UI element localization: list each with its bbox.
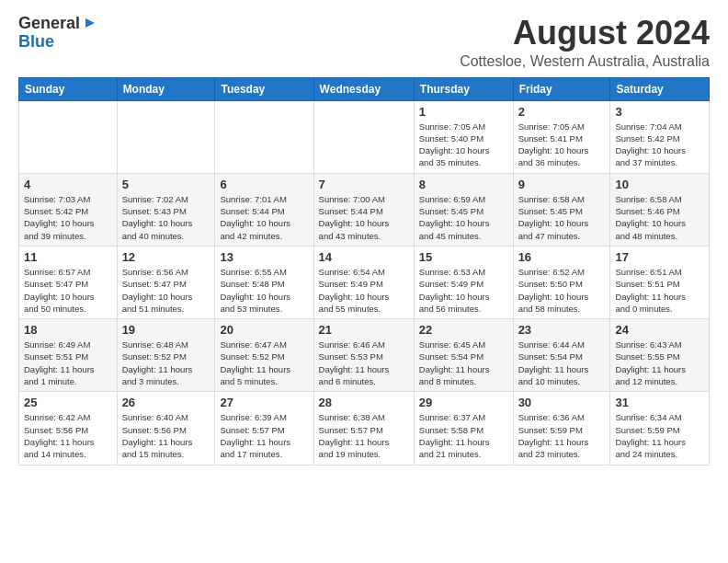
- calendar-cell: 8Sunrise: 6:59 AMSunset: 5:45 PMDaylight…: [414, 173, 513, 246]
- day-number: 6: [220, 178, 308, 191]
- day-info: Sunrise: 6:56 AMSunset: 5:47 PMDaylight:…: [122, 266, 210, 315]
- day-number: 23: [518, 323, 606, 337]
- calendar-cell: 31Sunrise: 6:34 AMSunset: 5:59 PMDayligh…: [610, 392, 710, 465]
- day-info: Sunrise: 6:34 AMSunset: 5:59 PMDaylight:…: [615, 411, 704, 460]
- calendar-cell: 23Sunrise: 6:44 AMSunset: 5:54 PMDayligh…: [513, 319, 610, 392]
- day-info: Sunrise: 6:46 AMSunset: 5:53 PMDaylight:…: [319, 339, 409, 387]
- svg-marker-0: [85, 18, 95, 28]
- calendar-cell: 30Sunrise: 6:36 AMSunset: 5:59 PMDayligh…: [513, 392, 610, 465]
- day-info: Sunrise: 6:52 AMSunset: 5:50 PMDaylight:…: [518, 266, 606, 315]
- day-number: 31: [615, 396, 704, 409]
- day-number: 29: [419, 396, 508, 409]
- day-number: 26: [122, 396, 210, 409]
- day-info: Sunrise: 6:54 AMSunset: 5:49 PMDaylight:…: [319, 266, 409, 315]
- calendar-body: 1Sunrise: 7:05 AMSunset: 5:40 PMDaylight…: [19, 100, 710, 465]
- day-number: 4: [24, 178, 112, 191]
- calendar-cell: 15Sunrise: 6:53 AMSunset: 5:49 PMDayligh…: [414, 246, 513, 318]
- day-number: 13: [220, 250, 308, 264]
- day-number: 11: [24, 250, 112, 264]
- day-number: 30: [518, 396, 606, 409]
- day-of-week-header: Friday: [513, 77, 610, 100]
- calendar-table: SundayMondayTuesdayWednesdayThursdayFrid…: [18, 77, 710, 465]
- calendar-cell: 6Sunrise: 7:01 AMSunset: 5:44 PMDaylight…: [215, 173, 313, 246]
- calendar-cell: 7Sunrise: 7:00 AMSunset: 5:44 PMDaylight…: [313, 173, 414, 246]
- day-number: 2: [518, 105, 606, 119]
- day-number: 18: [24, 323, 112, 337]
- calendar-week-row: 11Sunrise: 6:57 AMSunset: 5:47 PMDayligh…: [19, 246, 710, 318]
- day-number: 3: [615, 105, 704, 119]
- calendar-cell: 28Sunrise: 6:38 AMSunset: 5:57 PMDayligh…: [313, 392, 414, 465]
- day-info: Sunrise: 7:02 AMSunset: 5:43 PMDaylight:…: [122, 193, 210, 242]
- logo-blue-text: Blue: [18, 33, 54, 52]
- day-number: 21: [319, 323, 409, 337]
- calendar-cell: 12Sunrise: 6:56 AMSunset: 5:47 PMDayligh…: [117, 246, 215, 318]
- day-number: 20: [220, 323, 308, 337]
- calendar-cell: 16Sunrise: 6:52 AMSunset: 5:50 PMDayligh…: [513, 246, 610, 318]
- day-info: Sunrise: 7:05 AMSunset: 5:41 PMDaylight:…: [518, 121, 606, 169]
- calendar-cell: 9Sunrise: 6:58 AMSunset: 5:45 PMDaylight…: [513, 173, 610, 246]
- header-row: SundayMondayTuesdayWednesdayThursdayFrid…: [19, 77, 710, 100]
- day-info: Sunrise: 6:49 AMSunset: 5:51 PMDaylight:…: [24, 339, 112, 387]
- day-info: Sunrise: 6:39 AMSunset: 5:57 PMDaylight:…: [220, 411, 308, 460]
- day-number: 16: [518, 250, 606, 264]
- day-info: Sunrise: 6:51 AMSunset: 5:51 PMDaylight:…: [615, 266, 704, 315]
- calendar-cell: 18Sunrise: 6:49 AMSunset: 5:51 PMDayligh…: [19, 319, 118, 392]
- calendar-cell: [117, 100, 215, 173]
- day-number: 5: [122, 178, 210, 191]
- day-info: Sunrise: 6:59 AMSunset: 5:45 PMDaylight:…: [419, 193, 508, 242]
- day-info: Sunrise: 6:36 AMSunset: 5:59 PMDaylight:…: [518, 411, 606, 460]
- calendar-cell: 14Sunrise: 6:54 AMSunset: 5:49 PMDayligh…: [313, 246, 414, 318]
- day-info: Sunrise: 6:44 AMSunset: 5:54 PMDaylight:…: [518, 339, 606, 387]
- calendar-cell: [313, 100, 414, 173]
- calendar-cell: 5Sunrise: 7:02 AMSunset: 5:43 PMDaylight…: [117, 173, 215, 246]
- day-number: 17: [615, 250, 704, 264]
- calendar-cell: 22Sunrise: 6:45 AMSunset: 5:54 PMDayligh…: [414, 319, 513, 392]
- calendar-cell: 29Sunrise: 6:37 AMSunset: 5:58 PMDayligh…: [414, 392, 513, 465]
- day-number: 14: [319, 250, 409, 264]
- calendar-cell: 27Sunrise: 6:39 AMSunset: 5:57 PMDayligh…: [215, 392, 313, 465]
- calendar-cell: 21Sunrise: 6:46 AMSunset: 5:53 PMDayligh…: [313, 319, 414, 392]
- day-info: Sunrise: 7:04 AMSunset: 5:42 PMDaylight:…: [615, 121, 704, 169]
- day-info: Sunrise: 7:00 AMSunset: 5:44 PMDaylight:…: [319, 193, 409, 242]
- day-info: Sunrise: 6:37 AMSunset: 5:58 PMDaylight:…: [419, 411, 508, 460]
- calendar-cell: 1Sunrise: 7:05 AMSunset: 5:40 PMDaylight…: [414, 100, 513, 173]
- day-number: 1: [419, 105, 508, 119]
- calendar-cell: 2Sunrise: 7:05 AMSunset: 5:41 PMDaylight…: [513, 100, 610, 173]
- page-header: General Blue August 2024 Cottesloe, West…: [18, 15, 710, 70]
- day-info: Sunrise: 6:40 AMSunset: 5:56 PMDaylight:…: [122, 411, 210, 460]
- logo-general-text: General: [18, 15, 80, 33]
- calendar-cell: 11Sunrise: 6:57 AMSunset: 5:47 PMDayligh…: [19, 246, 118, 318]
- calendar-week-row: 1Sunrise: 7:05 AMSunset: 5:40 PMDaylight…: [19, 100, 710, 173]
- day-info: Sunrise: 7:01 AMSunset: 5:44 PMDaylight:…: [220, 193, 308, 242]
- day-number: 27: [220, 396, 308, 409]
- calendar-week-row: 18Sunrise: 6:49 AMSunset: 5:51 PMDayligh…: [19, 319, 710, 392]
- day-info: Sunrise: 6:47 AMSunset: 5:52 PMDaylight:…: [220, 339, 308, 387]
- day-number: 10: [615, 178, 704, 191]
- calendar-subtitle: Cottesloe, Western Australia, Australia: [460, 53, 710, 70]
- day-of-week-header: Tuesday: [215, 77, 313, 100]
- day-number: 8: [419, 178, 508, 191]
- day-info: Sunrise: 6:42 AMSunset: 5:56 PMDaylight:…: [24, 411, 112, 460]
- day-number: 25: [24, 396, 112, 409]
- calendar-cell: 10Sunrise: 6:58 AMSunset: 5:46 PMDayligh…: [610, 173, 710, 246]
- calendar-cell: 24Sunrise: 6:43 AMSunset: 5:55 PMDayligh…: [610, 319, 710, 392]
- calendar-week-row: 4Sunrise: 7:03 AMSunset: 5:42 PMDaylight…: [19, 173, 710, 246]
- day-info: Sunrise: 6:58 AMSunset: 5:45 PMDaylight:…: [518, 193, 606, 242]
- day-number: 12: [122, 250, 210, 264]
- calendar-week-row: 25Sunrise: 6:42 AMSunset: 5:56 PMDayligh…: [19, 392, 710, 465]
- day-number: 7: [319, 178, 409, 191]
- day-info: Sunrise: 7:03 AMSunset: 5:42 PMDaylight:…: [24, 193, 112, 242]
- day-number: 22: [419, 323, 508, 337]
- calendar-cell: 26Sunrise: 6:40 AMSunset: 5:56 PMDayligh…: [117, 392, 215, 465]
- title-block: August 2024 Cottesloe, Western Australia…: [460, 15, 710, 70]
- calendar-cell: 4Sunrise: 7:03 AMSunset: 5:42 PMDaylight…: [19, 173, 118, 246]
- day-info: Sunrise: 7:05 AMSunset: 5:40 PMDaylight:…: [419, 121, 508, 169]
- logo-arrow-icon: [82, 15, 98, 31]
- day-of-week-header: Saturday: [610, 77, 710, 100]
- day-number: 15: [419, 250, 508, 264]
- day-number: 28: [319, 396, 409, 409]
- calendar-cell: 3Sunrise: 7:04 AMSunset: 5:42 PMDaylight…: [610, 100, 710, 173]
- calendar-cell: 20Sunrise: 6:47 AMSunset: 5:52 PMDayligh…: [215, 319, 313, 392]
- calendar-cell: 25Sunrise: 6:42 AMSunset: 5:56 PMDayligh…: [19, 392, 118, 465]
- calendar-header: SundayMondayTuesdayWednesdayThursdayFrid…: [19, 77, 710, 100]
